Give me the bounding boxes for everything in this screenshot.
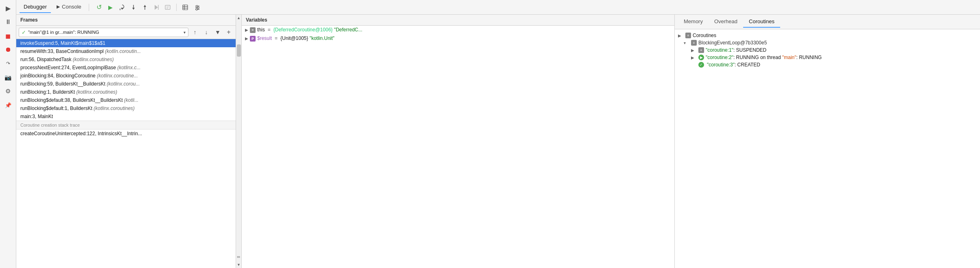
coroutine1-label: "coroutine:1": SUSPENDED <box>706 47 766 53</box>
coroutine1-arrow: ▶ <box>691 48 697 53</box>
stop-icon[interactable]: ◼ <box>2 29 15 42</box>
scroll-track[interactable] <box>236 21 241 137</box>
resume-icon[interactable]: ▶ <box>2 2 15 15</box>
step-icon[interactable]: ↷ <box>2 57 15 70</box>
var-arrow-this[interactable]: ▶ <box>245 28 248 32</box>
tab-overhead-label: Overhead <box>714 18 737 24</box>
frame-add-button[interactable]: + <box>224 28 233 37</box>
frames-scrollbar[interactable]: ▲ ∞ ▼ <box>236 15 242 268</box>
right-panel: Memory Overhead Coroutines ▶ ≡ Coroutine… <box>675 15 980 268</box>
coroutines-root[interactable]: ▶ ≡ Coroutines <box>675 32 980 39</box>
svg-point-19 <box>197 7 199 9</box>
frame-up-button[interactable]: ↑ <box>190 27 200 37</box>
var-name-this: this <box>257 27 265 33</box>
coroutine3-label: "coroutine:3": CREATED <box>707 62 760 68</box>
console-tab-label: Console <box>62 4 81 10</box>
tab-coroutines-label: Coroutines <box>749 18 774 24</box>
tab-console[interactable]: ▶ Console <box>52 1 85 13</box>
frame-text: runBlocking:1, BuildersKt <box>20 89 76 95</box>
frames-panel: Frames ✓ "main"@1 in gr...main": RUNNING… <box>16 15 236 268</box>
tab-memory[interactable]: Memory <box>678 16 709 28</box>
debugger-tab-label: Debugger <box>24 4 47 10</box>
coroutines-content: ▶ ≡ Coroutines ▾ ≡ BlockingEventLoop@7b3… <box>675 29 980 268</box>
step-out-button[interactable] <box>140 2 150 13</box>
toolbar-divider <box>176 4 177 11</box>
frame-text: joinBlocking:84, BlockingCoroutine <box>20 73 97 79</box>
content-area: Frames ✓ "main"@1 in gr...main": RUNNING… <box>16 15 980 268</box>
coroutine-2-item[interactable]: ▶ ▶ "coroutine:2": RUNNING on thread "ma… <box>675 54 980 61</box>
frame-item[interactable]: resumeWith:33, BaseContinuationImpl (kot… <box>16 47 236 55</box>
step-over-button[interactable] <box>117 2 127 13</box>
record-icon[interactable]: ⏺ <box>2 43 15 56</box>
variable-item-result[interactable]: ▶ P $result = {Unit@1005} "kotlin.Unit" <box>242 34 674 43</box>
frame-item[interactable]: runBlocking:59, BuildersKt__BuildersKt (… <box>16 80 236 88</box>
frame-item[interactable]: main:3, MainKt <box>16 112 236 121</box>
scroll-eye-icon[interactable]: ∞ <box>236 254 241 259</box>
frame-item[interactable]: joinBlocking:84, BlockingCoroutine (kotl… <box>16 72 236 80</box>
coroutine2-arrow: ▶ <box>691 55 697 60</box>
tab-coroutines[interactable]: Coroutines <box>743 16 780 28</box>
right-panel-tabs: Memory Overhead Coroutines <box>675 15 980 29</box>
var-value-this: {DeferredCoroutine@1006} "DeferredC... <box>273 27 363 33</box>
frame-check-icon: ✓ <box>22 29 26 35</box>
toolbar-icons: ↺ ▶ <box>94 2 173 13</box>
frame-text: main:3, MainKt <box>20 114 53 119</box>
var-name-result: $result <box>257 35 272 41</box>
coroutine-3-item[interactable]: ▶ "coroutine:3": CREATED <box>675 61 980 68</box>
coroutines-root-arrow: ▶ <box>678 33 684 38</box>
camera-icon[interactable]: 📷 <box>2 71 15 84</box>
sidebar: ▶ ⏸ ◼ ⏺ ↷ 📷 ⚙ 📌 <box>0 0 16 268</box>
blocking-icon: ≡ <box>691 40 697 46</box>
var-eq-result: = <box>275 35 278 41</box>
pin-icon[interactable]: 📌 <box>2 99 15 112</box>
tab-divider <box>89 4 89 11</box>
frame-text: runBlocking$default:1, BuildersKt <box>20 105 94 111</box>
scroll-up-arrow[interactable]: ▲ <box>236 15 241 20</box>
customize-button[interactable] <box>192 2 203 13</box>
frame-text: runBlocking:59, BuildersKt__BuildersKt <box>20 81 107 87</box>
frame-item[interactable]: runBlocking:1, BuildersKt (kotlinx.corou… <box>16 88 236 96</box>
table-view-button[interactable] <box>180 2 190 13</box>
var-arrow-result[interactable]: ▶ <box>245 36 248 41</box>
var-icon-result: P <box>250 36 256 42</box>
variables-panel: Variables ▶ = this = {DeferredCoroutine@… <box>242 15 675 268</box>
svg-point-20 <box>196 9 197 10</box>
frame-item[interactable]: runBlocking$default:1, BuildersKt (kotli… <box>16 104 236 112</box>
frame-down-button[interactable]: ↓ <box>201 27 211 37</box>
frame-item[interactable]: createCoroutineUnintercepted:122, Intrin… <box>16 130 236 138</box>
variable-item-this[interactable]: ▶ = this = {DeferredCoroutine@1006} "Def… <box>242 26 674 34</box>
coroutine3-spacer: ▶ <box>691 63 697 67</box>
run-to-cursor-button[interactable] <box>151 2 162 13</box>
coroutine-section-label: Coroutine creation stack trace <box>16 121 236 130</box>
step-into-button[interactable] <box>128 2 139 13</box>
frame-item[interactable]: run:56, DispatchedTask (kotlinx.coroutin… <box>16 55 236 64</box>
evaluate-button[interactable] <box>162 2 173 13</box>
settings-icon[interactable]: ⚙ <box>2 85 15 98</box>
frame-selector[interactable]: ✓ "main"@1 in gr...main": RUNNING ▾ <box>19 28 188 37</box>
blocking-event-loop-item[interactable]: ▾ ≡ BlockingEventLoop@7b3300e5 <box>675 39 980 46</box>
resume-button[interactable]: ▶ <box>105 2 116 13</box>
scroll-down-arrow[interactable]: ▼ <box>236 262 241 267</box>
frame-item[interactable]: processNextEvent:274, EventLoopImplBase … <box>16 64 236 72</box>
variables-header: Variables <box>242 15 674 26</box>
svg-point-18 <box>196 5 198 7</box>
frames-header: Frames <box>16 15 236 26</box>
frame-filter-button[interactable]: ▼ <box>213 27 223 37</box>
frame-item[interactable]: invokeSuspend:5, MainKt$main$1$a$1 <box>16 39 236 47</box>
svg-marker-6 <box>155 5 158 10</box>
var-eq-this: = <box>268 27 271 33</box>
coroutines-root-icon: ≡ <box>685 33 691 38</box>
coroutine-1-item[interactable]: ▶ ≡ "coroutine:1": SUSPENDED <box>675 46 980 54</box>
var-icon-this: = <box>250 27 256 33</box>
pause-icon[interactable]: ⏸ <box>2 15 15 29</box>
tab-overhead[interactable]: Overhead <box>709 16 743 28</box>
coroutine2-label: "coroutine:2": RUNNING on thread "main":… <box>706 55 822 60</box>
frame-selector-text: "main"@1 in gr...main": RUNNING <box>28 30 182 35</box>
tab-bar: Debugger ▶ Console ↺ ▶ <box>16 0 980 15</box>
main-panel: Debugger ▶ Console ↺ ▶ <box>16 0 980 268</box>
tab-debugger[interactable]: Debugger <box>20 1 51 13</box>
rerun-button[interactable]: ↺ <box>94 2 105 13</box>
svg-rect-11 <box>183 5 188 10</box>
frame-item[interactable]: runBlocking$default:38, BuildersKt__Buil… <box>16 96 236 104</box>
blocking-arrow: ▾ <box>684 41 689 45</box>
